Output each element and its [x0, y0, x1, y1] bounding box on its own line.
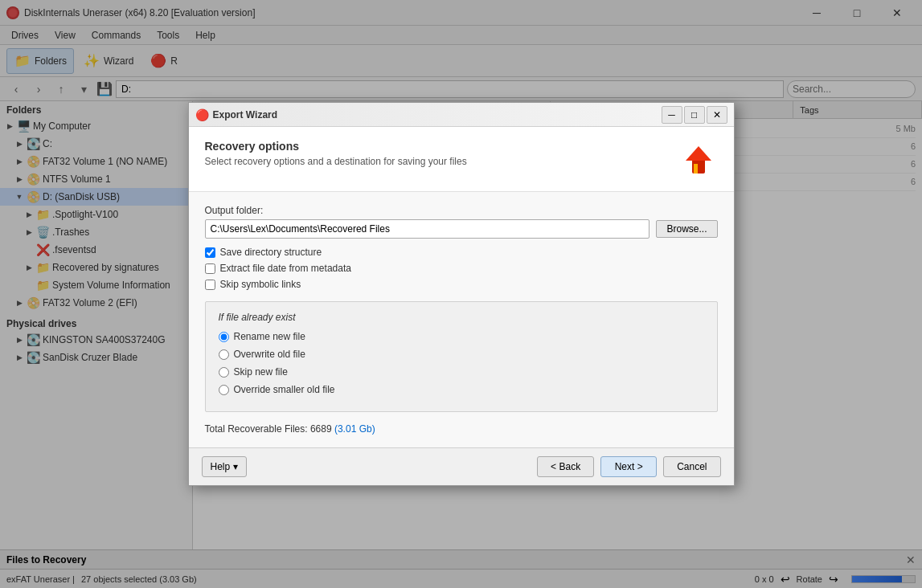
browse-button[interactable]: Browse...: [656, 220, 717, 238]
overwrite-old-label[interactable]: Overwrite old file: [234, 349, 305, 360]
dialog-title-icon: 🔴: [195, 108, 208, 121]
help-dropdown-arrow: ▾: [233, 461, 238, 472]
dialog-overlay: 🔴 Export Wizard ─ □ ✕ Recovery options S…: [0, 0, 922, 588]
radio-rename-new-row: Rename new file: [219, 331, 704, 342]
dialog-header: Recovery options Select recovery options…: [189, 127, 734, 192]
total-files-label: Total Recoverable Files:: [205, 423, 308, 435]
if-file-exist-section: If file already exist Rename new file Ov…: [205, 301, 718, 412]
save-dir-checkbox[interactable]: [205, 247, 215, 258]
dialog-minimize-button[interactable]: ─: [662, 106, 682, 124]
footer-right: < Back Next > Cancel: [537, 456, 720, 477]
rename-new-label[interactable]: Rename new file: [234, 331, 305, 342]
output-folder-label: Output folder:: [205, 205, 718, 216]
total-files-count: 6689: [310, 423, 332, 435]
dialog-title-controls: ─ □ ✕: [662, 106, 727, 124]
skip-symbolic-checkbox[interactable]: [205, 280, 215, 290]
skip-symbolic-label[interactable]: Skip symbolic links: [220, 279, 301, 290]
extract-date-checkbox[interactable]: [205, 263, 215, 274]
output-folder-input-row: Browse...: [205, 219, 718, 239]
cancel-button[interactable]: Cancel: [663, 456, 720, 477]
radio-skip-new-row: Skip new file: [219, 366, 704, 378]
dialog-title-text: Export Wizard: [213, 109, 662, 120]
override-smaller-radio[interactable]: [219, 385, 229, 395]
radio-override-smaller-row: Override smaller old file: [219, 384, 704, 395]
radio-overwrite-old-row: Overwrite old file: [219, 349, 704, 360]
dialog-maximize-button[interactable]: □: [684, 106, 705, 124]
back-button[interactable]: < Back: [537, 456, 594, 477]
output-folder-row: Output folder: Browse...: [205, 205, 718, 239]
export-wizard-dialog: 🔴 Export Wizard ─ □ ✕ Recovery options S…: [188, 102, 735, 486]
skip-symbolic-checkbox-row: Skip symbolic links: [205, 279, 718, 290]
if-file-exist-title: If file already exist: [219, 312, 704, 323]
dialog-header-subtitle: Select recovery options and a destinatio…: [205, 156, 679, 167]
total-files-info: Total Recoverable Files: 6689 (3.01 Gb): [205, 423, 718, 435]
help-dropdown-button[interactable]: Help ▾: [202, 456, 248, 477]
help-label: Help: [211, 461, 231, 472]
save-dir-checkbox-row: Save directory structure: [205, 247, 718, 258]
skip-new-label[interactable]: Skip new file: [234, 366, 288, 378]
dialog-close-button[interactable]: ✕: [707, 106, 727, 124]
dialog-body: Output folder: Browse... Save directory …: [189, 192, 734, 447]
dialog-header-title: Recovery options: [205, 140, 679, 153]
skip-new-radio[interactable]: [219, 367, 229, 378]
footer-left: Help ▾: [202, 456, 248, 477]
dialog-header-text: Recovery options Select recovery options…: [205, 140, 679, 167]
wizard-svg-icon: [679, 140, 718, 178]
total-files-size: (3.01 Gb): [334, 423, 375, 435]
svg-marker-1: [686, 146, 711, 161]
extract-date-label[interactable]: Extract file date from metadata: [220, 263, 351, 274]
svg-rect-2: [694, 164, 698, 174]
next-button[interactable]: Next >: [600, 456, 657, 477]
dialog-footer: Help ▾ < Back Next > Cancel: [189, 447, 734, 485]
save-dir-label[interactable]: Save directory structure: [220, 247, 322, 258]
dialog-header-icon: [679, 140, 718, 178]
dialog-title-bar: 🔴 Export Wizard ─ □ ✕: [189, 103, 734, 127]
rename-new-radio[interactable]: [219, 332, 229, 342]
extract-date-checkbox-row: Extract file date from metadata: [205, 263, 718, 274]
override-smaller-label[interactable]: Override smaller old file: [234, 384, 335, 395]
output-folder-input[interactable]: [205, 219, 650, 239]
overwrite-old-radio[interactable]: [219, 349, 229, 360]
